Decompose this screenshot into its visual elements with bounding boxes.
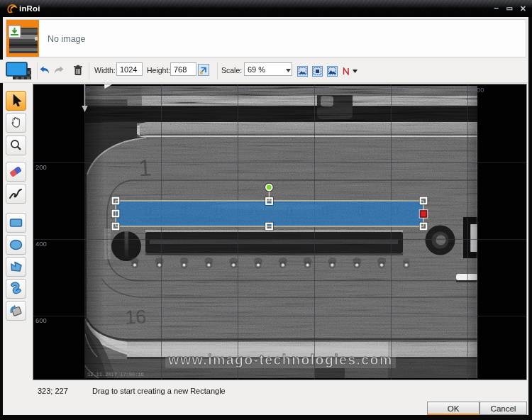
svg-text:www.imago-technologies.com: www.imago-technologies.com: [167, 352, 392, 368]
svg-text:600: 600: [316, 86, 328, 94]
svg-text:12.11.2017 17:00:16: 12.11.2017 17:00:16: [87, 372, 144, 377]
svg-text:1000: 1000: [470, 86, 484, 94]
svg-text:200: 200: [35, 163, 47, 171]
svg-text:600: 600: [35, 316, 47, 324]
svg-text:200: 200: [163, 86, 174, 94]
svg-text:400: 400: [240, 86, 251, 94]
svg-text:400: 400: [35, 240, 47, 248]
svg-text:0: 0: [87, 86, 90, 94]
svg-text:800: 800: [393, 86, 404, 94]
